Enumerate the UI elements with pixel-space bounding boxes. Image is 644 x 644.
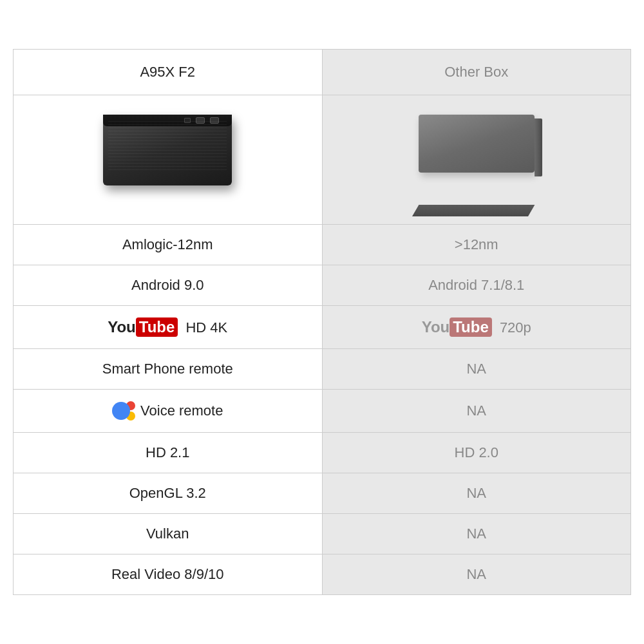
box-body-other <box>419 115 535 173</box>
voice-row: Voice remote NA <box>14 390 631 433</box>
hd-row: HD 2.1 HD 2.0 <box>14 433 631 473</box>
box-side-a95x <box>103 115 232 126</box>
dot-blue <box>112 402 130 420</box>
port-hdmi <box>196 117 205 124</box>
android-row: Android 9.0 Android 7.1/8.1 <box>14 265 631 306</box>
processor-row: Amlogic-12nm >12nm <box>14 225 631 265</box>
product-image-left <box>14 95 323 225</box>
opengl-left: OpenGL 3.2 <box>14 473 323 514</box>
realvideo-right: NA <box>322 554 631 595</box>
realvideo-left: Real Video 8/9/10 <box>14 554 323 595</box>
port-usb <box>184 118 191 123</box>
youtube-tube-left: Tube <box>136 317 178 337</box>
header-left: A95X F2 <box>14 50 323 95</box>
youtube-logo-left: YouTube <box>108 317 178 337</box>
vulkan-row: Vulkan NA <box>14 514 631 554</box>
android-right: Android 7.1/8.1 <box>322 265 631 306</box>
device-a95x-image <box>103 115 232 205</box>
youtube-right: YouTube 720p <box>322 306 631 349</box>
voice-right: NA <box>322 390 631 433</box>
box-perspective-other <box>412 205 535 216</box>
voice-left: Voice remote <box>14 390 323 433</box>
realvideo-row: Real Video 8/9/10 NA <box>14 554 631 595</box>
google-assistant-icon <box>112 401 135 421</box>
hd-right: HD 2.0 <box>322 433 631 473</box>
header-row: A95X F2 Other Box <box>14 50 631 95</box>
product-image-right <box>322 95 631 225</box>
device-other-image <box>412 115 541 205</box>
hd-left: HD 2.1 <box>14 433 323 473</box>
box-right-side-other <box>535 118 542 176</box>
voice-content: Voice remote <box>26 401 309 421</box>
youtube-you-left: You <box>108 318 136 336</box>
android-left: Android 9.0 <box>14 265 323 306</box>
youtube-tube-right: Tube <box>450 317 492 337</box>
header-right: Other Box <box>322 50 631 95</box>
youtube-logo-right: YouTube <box>422 317 492 337</box>
box-body-a95x <box>103 115 232 185</box>
opengl-right: NA <box>322 473 631 514</box>
processor-right: >12nm <box>322 225 631 265</box>
youtube-quality-right: 720p <box>500 319 531 336</box>
smartphone-row: Smart Phone remote NA <box>14 349 631 390</box>
smartphone-left: Smart Phone remote <box>14 349 323 390</box>
youtube-you-right: You <box>422 318 450 336</box>
vulkan-left: Vulkan <box>14 514 323 554</box>
opengl-row: OpenGL 3.2 NA <box>14 473 631 514</box>
smartphone-right: NA <box>322 349 631 390</box>
voice-label: Voice remote <box>140 402 223 419</box>
vulkan-right: NA <box>322 514 631 554</box>
processor-left: Amlogic-12nm <box>14 225 323 265</box>
youtube-left: YouTube HD 4K <box>14 306 323 349</box>
youtube-row: YouTube HD 4K YouTube 720p <box>14 306 631 349</box>
port-av <box>210 117 219 124</box>
image-row <box>14 95 631 225</box>
youtube-quality-left: HD 4K <box>185 319 227 336</box>
comparison-table: A95X F2 Other Box <box>13 49 631 595</box>
